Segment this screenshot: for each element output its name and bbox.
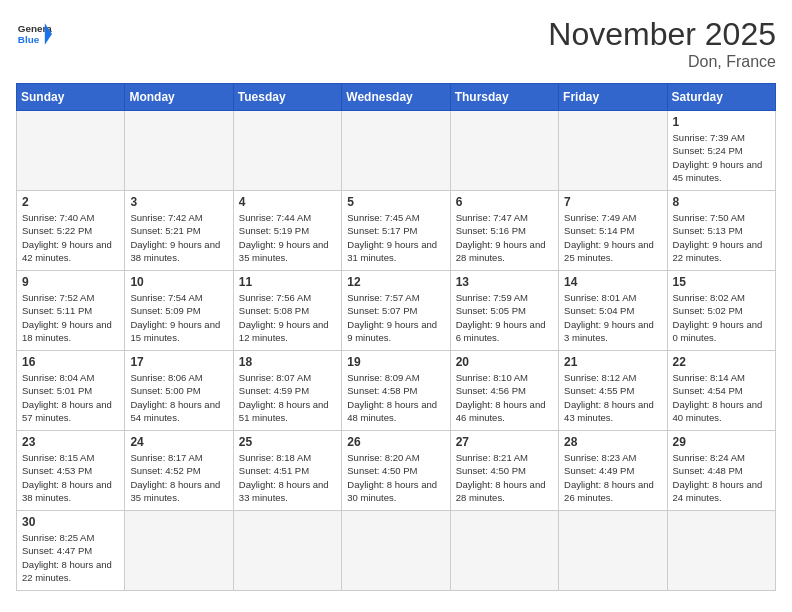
day-cell: 24Sunrise: 8:17 AM Sunset: 4:52 PM Dayli… [125,431,233,511]
title-block: November 2025 Don, France [548,16,776,71]
day-cell [233,111,341,191]
day-number: 26 [347,435,444,449]
day-number: 17 [130,355,227,369]
day-cell [450,511,558,591]
day-number: 27 [456,435,553,449]
day-cell [17,111,125,191]
day-cell: 8Sunrise: 7:50 AM Sunset: 5:13 PM Daylig… [667,191,775,271]
day-cell: 22Sunrise: 8:14 AM Sunset: 4:54 PM Dayli… [667,351,775,431]
week-row-3: 16Sunrise: 8:04 AM Sunset: 5:01 PM Dayli… [17,351,776,431]
logo: General Blue [16,16,52,52]
day-cell [667,511,775,591]
day-cell: 30Sunrise: 8:25 AM Sunset: 4:47 PM Dayli… [17,511,125,591]
month-title: November 2025 [548,16,776,53]
day-info: Sunrise: 8:23 AM Sunset: 4:49 PM Dayligh… [564,451,661,504]
col-header-friday: Friday [559,84,667,111]
day-info: Sunrise: 7:54 AM Sunset: 5:09 PM Dayligh… [130,291,227,344]
day-info: Sunrise: 8:21 AM Sunset: 4:50 PM Dayligh… [456,451,553,504]
day-cell: 23Sunrise: 8:15 AM Sunset: 4:53 PM Dayli… [17,431,125,511]
day-cell: 20Sunrise: 8:10 AM Sunset: 4:56 PM Dayli… [450,351,558,431]
week-row-1: 2Sunrise: 7:40 AM Sunset: 5:22 PM Daylig… [17,191,776,271]
day-cell: 29Sunrise: 8:24 AM Sunset: 4:48 PM Dayli… [667,431,775,511]
day-number: 2 [22,195,119,209]
day-cell [125,511,233,591]
day-info: Sunrise: 7:39 AM Sunset: 5:24 PM Dayligh… [673,131,770,184]
col-header-sunday: Sunday [17,84,125,111]
day-cell: 11Sunrise: 7:56 AM Sunset: 5:08 PM Dayli… [233,271,341,351]
day-info: Sunrise: 8:04 AM Sunset: 5:01 PM Dayligh… [22,371,119,424]
week-row-5: 30Sunrise: 8:25 AM Sunset: 4:47 PM Dayli… [17,511,776,591]
day-cell [342,511,450,591]
day-info: Sunrise: 8:17 AM Sunset: 4:52 PM Dayligh… [130,451,227,504]
page-header: General Blue November 2025 Don, France [16,16,776,71]
day-cell: 2Sunrise: 7:40 AM Sunset: 5:22 PM Daylig… [17,191,125,271]
day-number: 29 [673,435,770,449]
day-number: 12 [347,275,444,289]
day-number: 5 [347,195,444,209]
calendar-header-row: SundayMondayTuesdayWednesdayThursdayFrid… [17,84,776,111]
day-info: Sunrise: 7:49 AM Sunset: 5:14 PM Dayligh… [564,211,661,264]
day-cell: 1Sunrise: 7:39 AM Sunset: 5:24 PM Daylig… [667,111,775,191]
day-cell: 26Sunrise: 8:20 AM Sunset: 4:50 PM Dayli… [342,431,450,511]
day-number: 19 [347,355,444,369]
day-cell: 3Sunrise: 7:42 AM Sunset: 5:21 PM Daylig… [125,191,233,271]
day-info: Sunrise: 8:20 AM Sunset: 4:50 PM Dayligh… [347,451,444,504]
day-cell [559,111,667,191]
day-info: Sunrise: 7:47 AM Sunset: 5:16 PM Dayligh… [456,211,553,264]
day-info: Sunrise: 8:24 AM Sunset: 4:48 PM Dayligh… [673,451,770,504]
day-info: Sunrise: 8:18 AM Sunset: 4:51 PM Dayligh… [239,451,336,504]
day-number: 16 [22,355,119,369]
day-info: Sunrise: 8:14 AM Sunset: 4:54 PM Dayligh… [673,371,770,424]
day-cell: 9Sunrise: 7:52 AM Sunset: 5:11 PM Daylig… [17,271,125,351]
day-cell [342,111,450,191]
day-number: 24 [130,435,227,449]
day-number: 13 [456,275,553,289]
week-row-2: 9Sunrise: 7:52 AM Sunset: 5:11 PM Daylig… [17,271,776,351]
day-number: 15 [673,275,770,289]
day-number: 1 [673,115,770,129]
day-number: 3 [130,195,227,209]
day-info: Sunrise: 8:25 AM Sunset: 4:47 PM Dayligh… [22,531,119,584]
day-cell: 6Sunrise: 7:47 AM Sunset: 5:16 PM Daylig… [450,191,558,271]
day-number: 4 [239,195,336,209]
day-number: 18 [239,355,336,369]
location: Don, France [548,53,776,71]
day-number: 8 [673,195,770,209]
day-info: Sunrise: 8:07 AM Sunset: 4:59 PM Dayligh… [239,371,336,424]
day-cell [125,111,233,191]
day-cell: 18Sunrise: 8:07 AM Sunset: 4:59 PM Dayli… [233,351,341,431]
week-row-0: 1Sunrise: 7:39 AM Sunset: 5:24 PM Daylig… [17,111,776,191]
day-cell: 28Sunrise: 8:23 AM Sunset: 4:49 PM Dayli… [559,431,667,511]
day-info: Sunrise: 7:44 AM Sunset: 5:19 PM Dayligh… [239,211,336,264]
day-number: 14 [564,275,661,289]
day-number: 25 [239,435,336,449]
svg-text:Blue: Blue [18,34,40,45]
day-info: Sunrise: 8:10 AM Sunset: 4:56 PM Dayligh… [456,371,553,424]
day-cell: 5Sunrise: 7:45 AM Sunset: 5:17 PM Daylig… [342,191,450,271]
day-info: Sunrise: 8:09 AM Sunset: 4:58 PM Dayligh… [347,371,444,424]
col-header-saturday: Saturday [667,84,775,111]
day-cell [450,111,558,191]
day-cell: 16Sunrise: 8:04 AM Sunset: 5:01 PM Dayli… [17,351,125,431]
day-info: Sunrise: 8:01 AM Sunset: 5:04 PM Dayligh… [564,291,661,344]
day-number: 23 [22,435,119,449]
day-cell: 17Sunrise: 8:06 AM Sunset: 5:00 PM Dayli… [125,351,233,431]
day-number: 20 [456,355,553,369]
day-cell: 15Sunrise: 8:02 AM Sunset: 5:02 PM Dayli… [667,271,775,351]
day-cell: 19Sunrise: 8:09 AM Sunset: 4:58 PM Dayli… [342,351,450,431]
day-number: 30 [22,515,119,529]
col-header-monday: Monday [125,84,233,111]
day-number: 28 [564,435,661,449]
day-info: Sunrise: 7:45 AM Sunset: 5:17 PM Dayligh… [347,211,444,264]
day-number: 9 [22,275,119,289]
day-cell: 27Sunrise: 8:21 AM Sunset: 4:50 PM Dayli… [450,431,558,511]
day-cell: 7Sunrise: 7:49 AM Sunset: 5:14 PM Daylig… [559,191,667,271]
col-header-tuesday: Tuesday [233,84,341,111]
day-cell: 25Sunrise: 8:18 AM Sunset: 4:51 PM Dayli… [233,431,341,511]
day-info: Sunrise: 7:50 AM Sunset: 5:13 PM Dayligh… [673,211,770,264]
day-cell: 12Sunrise: 7:57 AM Sunset: 5:07 PM Dayli… [342,271,450,351]
day-number: 7 [564,195,661,209]
day-cell: 14Sunrise: 8:01 AM Sunset: 5:04 PM Dayli… [559,271,667,351]
day-cell: 4Sunrise: 7:44 AM Sunset: 5:19 PM Daylig… [233,191,341,271]
day-info: Sunrise: 7:57 AM Sunset: 5:07 PM Dayligh… [347,291,444,344]
